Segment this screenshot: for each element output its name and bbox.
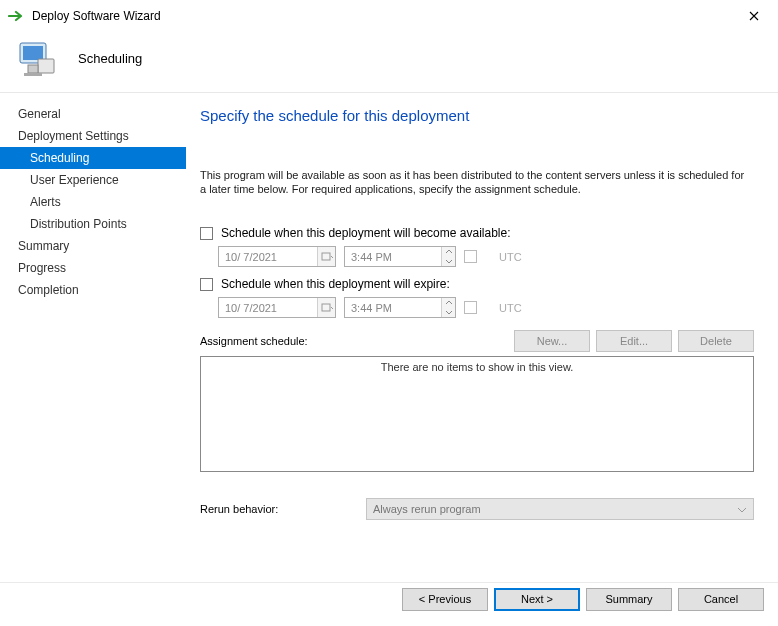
calendar-dropdown-icon[interactable] xyxy=(317,298,335,317)
wizard-arrow-icon xyxy=(8,9,26,23)
close-button[interactable] xyxy=(740,9,768,23)
sidebar-item-progress[interactable]: Progress xyxy=(0,257,186,279)
page-title: Specify the schedule for this deployment xyxy=(200,107,754,124)
schedule-expire-row: Schedule when this deployment will expir… xyxy=(200,277,754,291)
time-spinner-icon[interactable] xyxy=(441,298,455,317)
summary-button[interactable]: Summary xyxy=(586,588,672,611)
schedule-available-label: Schedule when this deployment will becom… xyxy=(221,226,511,240)
wizard-footer: < Previous Next > Summary Cancel xyxy=(0,582,778,626)
schedule-expire-label: Schedule when this deployment will expir… xyxy=(221,277,450,291)
rerun-behavior-select: Always rerun program xyxy=(366,498,754,520)
assignment-list-empty: There are no items to show in this view. xyxy=(201,357,753,373)
available-time-picker[interactable]: 3:44 PM xyxy=(344,246,456,267)
wizard-header: Scheduling xyxy=(0,28,778,92)
calendar-dropdown-icon[interactable] xyxy=(317,247,335,266)
rerun-behavior-value: Always rerun program xyxy=(373,503,481,515)
sidebar-item-scheduling[interactable]: Scheduling xyxy=(0,147,186,169)
rerun-behavior-row: Rerun behavior: Always rerun program xyxy=(200,498,754,520)
sidebar-item-alerts[interactable]: Alerts xyxy=(0,191,186,213)
svg-rect-6 xyxy=(322,304,330,311)
assignment-list[interactable]: There are no items to show in this view. xyxy=(200,356,754,472)
schedule-available-datetime: 10/ 7/2021 3:44 PM UTC xyxy=(218,246,754,267)
sidebar-item-general[interactable]: General xyxy=(0,103,186,125)
svg-rect-5 xyxy=(322,253,330,260)
svg-rect-1 xyxy=(23,46,43,60)
new-button: New... xyxy=(514,330,590,352)
assignment-schedule-row: Assignment schedule: New... Edit... Dele… xyxy=(200,330,754,352)
titlebar: Deploy Software Wizard xyxy=(0,0,778,28)
edit-button: Edit... xyxy=(596,330,672,352)
available-date-value: 10/ 7/2021 xyxy=(219,251,317,263)
sidebar-item-deployment-settings[interactable]: Deployment Settings xyxy=(0,125,186,147)
svg-rect-2 xyxy=(38,59,54,73)
schedule-available-checkbox[interactable] xyxy=(200,227,213,240)
available-time-value: 3:44 PM xyxy=(345,251,441,263)
svg-rect-3 xyxy=(28,65,38,73)
schedule-available-row: Schedule when this deployment will becom… xyxy=(200,226,754,240)
schedule-expire-datetime: 10/ 7/2021 3:44 PM UTC xyxy=(218,297,754,318)
expire-date-value: 10/ 7/2021 xyxy=(219,302,317,314)
wizard-sidebar: General Deployment Settings Scheduling U… xyxy=(0,93,186,582)
chevron-down-icon xyxy=(737,503,747,515)
schedule-expire-checkbox[interactable] xyxy=(200,278,213,291)
rerun-behavior-label: Rerun behavior: xyxy=(200,503,366,515)
step-heading: Scheduling xyxy=(78,51,142,66)
time-spinner-icon[interactable] xyxy=(441,247,455,266)
previous-button[interactable]: < Previous xyxy=(402,588,488,611)
sidebar-item-distribution-points[interactable]: Distribution Points xyxy=(0,213,186,235)
available-utc-label: UTC xyxy=(499,251,522,263)
expire-utc-label: UTC xyxy=(499,302,522,314)
available-utc-checkbox xyxy=(464,250,477,263)
computer-icon xyxy=(16,37,58,79)
window-title: Deploy Software Wizard xyxy=(32,9,740,23)
content-panel: Specify the schedule for this deployment… xyxy=(186,93,778,582)
expire-time-value: 3:44 PM xyxy=(345,302,441,314)
expire-time-picker[interactable]: 3:44 PM xyxy=(344,297,456,318)
svg-rect-4 xyxy=(24,73,42,76)
expire-utc-checkbox xyxy=(464,301,477,314)
next-button[interactable]: Next > xyxy=(494,588,580,611)
cancel-button[interactable]: Cancel xyxy=(678,588,764,611)
main-area: General Deployment Settings Scheduling U… xyxy=(0,92,778,582)
delete-button: Delete xyxy=(678,330,754,352)
expire-date-picker[interactable]: 10/ 7/2021 xyxy=(218,297,336,318)
sidebar-item-summary[interactable]: Summary xyxy=(0,235,186,257)
description-text: This program will be available as soon a… xyxy=(200,168,754,196)
available-date-picker[interactable]: 10/ 7/2021 xyxy=(218,246,336,267)
sidebar-item-user-experience[interactable]: User Experience xyxy=(0,169,186,191)
assignment-schedule-label: Assignment schedule: xyxy=(200,335,508,347)
sidebar-item-completion[interactable]: Completion xyxy=(0,279,186,301)
